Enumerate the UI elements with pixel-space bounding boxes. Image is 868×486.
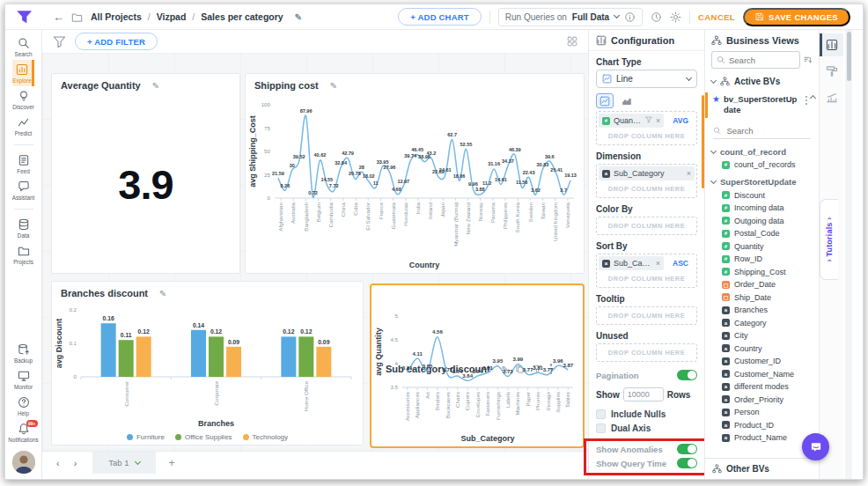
bv-field-row_id[interactable]: #Row_ID [711,254,813,263]
legend-item[interactable]: Furniture [127,433,165,441]
sidebar-item-data[interactable]: Data [12,215,35,241]
edit-chart-icon[interactable]: ✎ [152,81,159,91]
sidebar-item-predict[interactable]: Predict [12,113,35,139]
breadcrumb-all-projects[interactable]: All Projects [91,11,142,22]
measure-dropzone[interactable]: # Quantity × AVG DROP COLUMN HERE [596,111,697,145]
bv-field-country[interactable]: aCountry [711,344,813,353]
area-chart-toggle[interactable] [618,93,636,108]
tab-tab-1[interactable]: Tab 1 [92,452,156,474]
sidebar-item-explore[interactable]: Explore [12,60,35,86]
bv-field-postal_code[interactable]: #Postal_Code [711,229,813,238]
add-tab-button[interactable]: + [168,456,175,469]
pagination-toggle[interactable] [677,370,697,380]
sidebar-item-assistant[interactable]: Assistant [12,177,35,203]
back-arrow-icon[interactable]: ← [53,11,64,24]
tooltip-dropzone[interactable]: DROP COLUMN HERE [596,306,697,325]
bar-chart-branches-discount[interactable]: 00.10.2avg Discount0.160.110.12Consumer0… [55,301,360,428]
line-chart-toggle[interactable] [596,93,614,108]
bv-field-ship_date[interactable]: ▢Ship_Date [711,293,813,302]
tab-next-button[interactable]: › [69,458,83,468]
active-bvs-row[interactable]: Active BVs [711,77,813,86]
dimension-chip[interactable]: a Sub_Category × [599,166,695,180]
sidebar-item-discover[interactable]: Discover [12,86,35,113]
measure-chip[interactable]: # Quantity × [599,114,664,128]
chip-remove-icon[interactable]: × [656,259,660,268]
bv-field-incoming-data[interactable]: #Incoming data [711,203,813,212]
sidebar-item-projects[interactable]: Projects [12,241,35,268]
bv-search-input[interactable] [729,55,795,65]
run-queries-value[interactable]: Full Data [572,12,609,22]
bv-field-shipping_cost[interactable]: #Shipping_Cost [711,268,813,276]
sort-by-dropzone[interactable]: a Sub_Category × ASC DROP COLUMN HERE [596,254,697,288]
include-nulls-checkbox[interactable] [596,409,606,419]
data-panel-tab[interactable] [820,33,843,56]
chart-card-shipping-cost[interactable]: Shipping cost ✎ 0255075100avg Shipping_C… [245,73,585,274]
settings-gear-icon[interactable] [670,11,681,23]
sort-order-button[interactable]: ASC [666,256,695,270]
bv-field-product_name[interactable]: aProduct_Name [711,433,813,442]
tellius-logo[interactable] [5,4,42,29]
bv-field-order_priority[interactable]: aOrder_Priority [711,395,813,404]
sidebar-item-help[interactable]: Help [5,393,41,419]
bv-field-customer_name[interactable]: aCustomer_Name [711,370,813,379]
info-icon[interactable] [624,11,636,23]
line-chart-sub-category-discount[interactable]: 3.544.55avg Quantity3.814.113.854.563.77… [374,305,580,444]
aggregation-button[interactable]: AVG [666,114,695,128]
add-filter-button[interactable]: + ADD FILTER [75,33,158,50]
bv-group-SuperStoretUpdate[interactable]: SuperStoretUpdate [711,177,813,187]
bv-field-order_date[interactable]: ▢Order_Date [711,280,813,289]
folder-icon[interactable] [71,11,83,23]
chart-card-average-quantity[interactable]: Average Quantity ✎ 3.9 [51,73,240,274]
dimension-dropzone[interactable]: a Sub_Category × DROP COLUMN HERE [596,164,697,198]
sidebar-item-backup[interactable]: Backup [5,340,41,366]
star-icon[interactable]: ★ [712,94,720,116]
dual-axis-checkbox[interactable] [596,423,606,433]
cancel-button[interactable]: CANCEL [698,12,735,22]
bv-field-category[interactable]: aCategory [711,319,813,328]
layout-grid-icon[interactable] [567,36,577,47]
add-chart-button[interactable]: + ADD CHART [398,8,482,26]
breadcrumb-vizpad[interactable]: Vizpad [157,11,187,22]
window-scrollbar[interactable] [845,30,852,479]
filter-funnel-icon[interactable] [53,35,66,48]
edit-chart-icon[interactable]: ✎ [330,81,337,91]
run-queries-control[interactable]: Run Queries on Full Data [498,8,643,26]
chip-remove-icon[interactable]: × [687,169,691,178]
more-options-icon[interactable] [805,96,807,116]
tab-prev-button[interactable]: ‹ [51,458,65,468]
legend-item[interactable]: Technology [243,433,288,441]
unused-dropzone[interactable]: DROP COLUMN HERE [596,343,697,362]
rows-input[interactable] [623,387,664,401]
forecast-panel-tab[interactable] [820,86,843,109]
sidebar-item-feed[interactable]: Feed [12,151,35,177]
bv-group-count_of_record[interactable]: count_of_record [711,147,813,157]
chevron-up-icon[interactable] [810,95,816,101]
format-panel-tab[interactable] [820,60,843,83]
line-chart-shipping-cost[interactable]: 0255075100avg Shipping_Cost21.598.263039… [248,93,581,270]
legend-item[interactable]: Office Supplies [175,433,232,441]
bv-field-outgoing-data[interactable]: #Outgoing data [711,217,813,225]
edit-chart-icon[interactable]: ✎ [159,289,166,298]
tutorials-tab[interactable]: › Tutorials › [820,199,838,280]
bv-item-superstore[interactable]: ★ bv_SuperStoretUpdate [705,92,819,118]
chart-legend[interactable]: FurnitureOffice SuppliesTechnology [52,433,363,441]
bv-field-count_of_records[interactable]: #count_of_records [711,160,813,169]
sidebar-item-monitor[interactable]: Monitor [5,366,41,393]
chip-filter-icon[interactable] [645,116,652,125]
bv-search-box[interactable] [711,51,800,69]
scrollbar-thumb[interactable] [847,32,851,81]
bv-field-discount[interactable]: #Discount [711,191,813,200]
other-bvs-row[interactable]: Other BVs [705,458,819,479]
chart-card-branches-discount[interactable]: Branches discount ✎ 00.10.2avg Discount0… [51,281,364,446]
sidebar-item-search[interactable]: Search [12,33,35,60]
chat-support-button[interactable] [802,433,829,460]
chart-card-sub-category-discount[interactable]: Sub category discount ✎ 3.544.55avg Quan… [370,284,585,448]
history-clock-icon[interactable] [651,11,662,23]
chart-type-select[interactable]: Line [596,70,697,88]
bv-field-city[interactable]: aCity [711,331,813,340]
user-avatar[interactable] [12,451,35,474]
bv-field-search-row[interactable] [713,126,811,139]
bv-field-customer_id[interactable]: aCustomer_ID [711,357,813,365]
show-query-time-toggle[interactable] [677,458,697,468]
sort-chip[interactable]: a Sub_Category × [599,256,664,270]
